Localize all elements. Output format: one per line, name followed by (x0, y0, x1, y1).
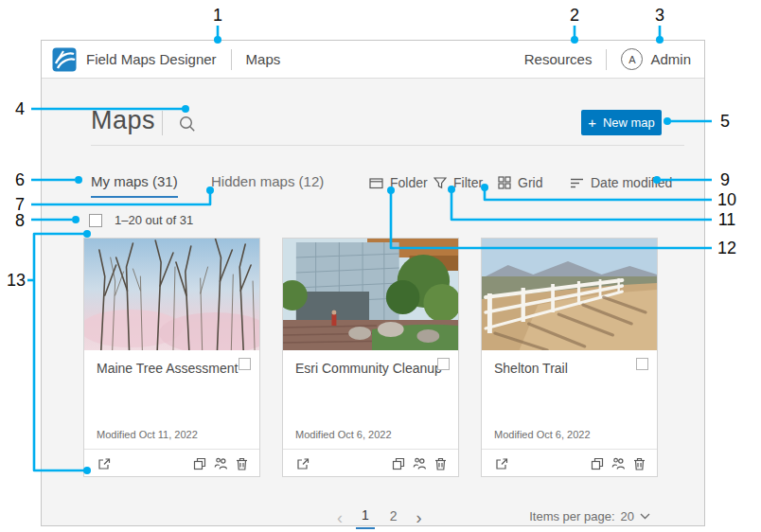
plus-icon: + (588, 115, 596, 130)
share-group-icon[interactable] (610, 455, 627, 472)
chevron-down-icon (640, 513, 650, 520)
header-divider-right (606, 49, 607, 70)
callout-2: 2 (570, 6, 579, 26)
map-title[interactable]: Esri Community Cleanup (295, 361, 442, 376)
card-footer (84, 450, 259, 477)
map-title[interactable]: Maine Tree Assessment (97, 361, 238, 376)
field-maps-designer-window: Field Maps Designer Maps Resources A Adm… (41, 40, 705, 526)
filter-label: Filter (453, 175, 483, 190)
selection-row: 1–20 out of 31 (89, 213, 193, 227)
page-1-button[interactable]: 1 (356, 505, 375, 529)
card-footer (283, 450, 458, 477)
map-checkbox[interactable] (239, 358, 251, 370)
sort-icon (570, 177, 584, 189)
duplicate-icon[interactable] (589, 455, 606, 472)
card-body: Maine Tree Assessment Modified Oct 11, 2… (84, 350, 259, 449)
callout-8: 8 (15, 211, 25, 231)
tab-hidden-maps[interactable]: Hidden maps (12) (211, 173, 324, 196)
map-checkbox[interactable] (636, 358, 648, 370)
tab-my-maps[interactable]: My maps (31) (91, 173, 178, 198)
nav-maps[interactable]: Maps (246, 51, 281, 67)
selection-count: 1–20 out of 31 (115, 213, 193, 227)
open-map-icon[interactable] (96, 455, 113, 472)
duplicate-icon[interactable] (390, 455, 407, 472)
map-modified-date: Modified Oct 6, 2022 (494, 429, 591, 440)
items-per-page-label: Items per page: (529, 509, 614, 523)
grid-icon (498, 176, 511, 189)
share-group-icon[interactable] (411, 455, 428, 472)
user-avatar[interactable]: A (621, 48, 643, 70)
card-body: Shelton Trail Modified Oct 6, 2022 (482, 350, 657, 449)
sort-label: Date modified (591, 175, 672, 190)
grid-label: Grid (518, 175, 542, 190)
search-icon[interactable] (178, 115, 197, 133)
page-2-button[interactable]: 2 (384, 506, 403, 528)
map-card: Shelton Trail Modified Oct 6, 2022 (481, 238, 658, 477)
callout-13: 13 (7, 271, 26, 291)
header-rule (91, 145, 684, 146)
map-card-list: Maine Tree Assessment Modified Oct 11, 2… (83, 238, 664, 477)
callout-11: 11 (718, 210, 736, 230)
new-map-button[interactable]: + New map (581, 110, 662, 135)
nav-resources[interactable]: Resources (524, 51, 593, 67)
callout-12: 12 (717, 239, 736, 258)
grid-view-button[interactable]: Grid (498, 173, 542, 192)
open-map-icon[interactable] (294, 455, 311, 472)
select-all-checkbox[interactable] (89, 214, 102, 227)
prev-page-button[interactable]: ‹ (333, 509, 346, 526)
delete-icon[interactable] (630, 455, 647, 472)
folder-label: Folder (390, 175, 428, 190)
folder-icon (369, 176, 383, 190)
new-map-label: New map (603, 115, 655, 130)
map-card: Esri Community Cleanup Modified Oct 6, 2… (282, 238, 459, 477)
map-title[interactable]: Shelton Trail (494, 361, 568, 376)
next-page-button[interactable]: › (413, 509, 426, 526)
callout-4: 4 (15, 99, 25, 119)
screenshot-canvas: Field Maps Designer Maps Resources A Adm… (0, 0, 761, 532)
callout-7: 7 (15, 195, 25, 215)
share-group-icon[interactable] (212, 455, 229, 472)
callout-1: 1 (213, 6, 222, 26)
map-thumbnail-building[interactable] (283, 239, 458, 350)
header-divider (231, 49, 232, 70)
pagination: ‹ 1 2 › (333, 505, 426, 529)
card-footer (482, 450, 657, 477)
open-map-icon[interactable] (493, 455, 510, 472)
folder-button[interactable]: Folder (369, 173, 428, 192)
card-body: Esri Community Cleanup Modified Oct 6, 2… (283, 350, 458, 449)
map-modified-date: Modified Oct 11, 2022 (97, 429, 198, 440)
callout-5: 5 (720, 112, 730, 132)
callout-9: 9 (720, 170, 730, 190)
map-card: Maine Tree Assessment Modified Oct 11, 2… (83, 238, 260, 477)
filter-icon (434, 176, 447, 189)
map-thumbnail-trees[interactable] (84, 239, 259, 350)
callout-6: 6 (15, 170, 25, 190)
map-checkbox[interactable] (437, 358, 450, 370)
filter-button[interactable]: Filter (434, 173, 483, 192)
delete-icon[interactable] (432, 455, 449, 472)
map-modified-date: Modified Oct 6, 2022 (295, 429, 392, 440)
items-per-page-select[interactable]: Items per page: 20 (529, 509, 650, 523)
app-header: Field Maps Designer Maps Resources A Adm… (42, 41, 704, 79)
callout-10: 10 (717, 190, 736, 210)
page-title: Maps (91, 106, 155, 135)
app-title: Field Maps Designer (86, 51, 217, 67)
user-menu[interactable]: Admin (650, 51, 691, 67)
items-per-page-value: 20 (621, 509, 634, 523)
duplicate-icon[interactable] (191, 455, 208, 472)
map-thumbnail-trail[interactable] (482, 239, 657, 350)
sort-button[interactable]: Date modified (570, 173, 672, 192)
delete-icon[interactable] (233, 455, 250, 472)
esri-logo-icon (52, 47, 77, 72)
title-divider (162, 111, 163, 135)
callout-3: 3 (655, 6, 664, 26)
